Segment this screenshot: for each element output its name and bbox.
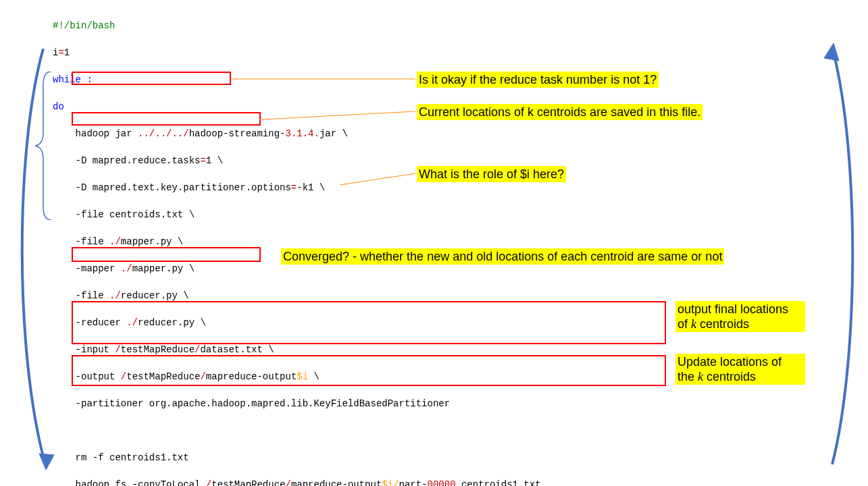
- annot-output-final: output final locations of k centroids: [675, 301, 805, 332]
- line-partitioner: -partitioner org.apache.hadoop.mapred.li…: [53, 397, 558, 410]
- annot-reduce-tasks: Is it okay if the reduce task number is …: [417, 72, 659, 88]
- svg-marker-0: [39, 454, 54, 470]
- line-i-assign: i=1: [53, 46, 558, 59]
- line-reduce-tasks: -D mapred.reduce.tasks=1 \: [53, 154, 558, 167]
- annot-update: Update locations of the k centroids: [675, 354, 805, 385]
- annot-role-i: What is the role of $i here?: [417, 166, 566, 182]
- line-rm1: rm -f centroids1.txt: [53, 451, 558, 464]
- annot-converged: Converged? - whether the new and old loc…: [281, 248, 724, 265]
- line-file-centroids: -file centroids.txt \: [53, 208, 558, 221]
- loop-arrow-right: [824, 40, 865, 473]
- line-output: -output /testMapReduce/mapreduce-output$…: [53, 370, 558, 383]
- line-shebang: #!/bin/bash: [53, 19, 558, 32]
- line-partitioner-options: -D mapred.text.key.partitioner.options=-…: [53, 181, 558, 194]
- brace-hadoop-block: [32, 72, 53, 220]
- line-file-mapper: -file ./mapper.py \: [53, 235, 558, 248]
- line-hadoop-jar: hadoop jar ../../../hadoop-streaming-3.1…: [53, 127, 558, 140]
- svg-marker-1: [824, 43, 839, 61]
- line-copytolocal1: hadoop fs -copyToLocal /testMapReduce/ma…: [53, 478, 558, 486]
- line-reducer: -reducer ./reducer.py \: [53, 316, 558, 329]
- line-file-reducer: -file ./reducer.py \: [53, 289, 558, 302]
- annot-centroids-file: Current locations of k centroids are sav…: [417, 104, 703, 120]
- line-input: -input /testMapReduce/dataset.txt \: [53, 343, 558, 356]
